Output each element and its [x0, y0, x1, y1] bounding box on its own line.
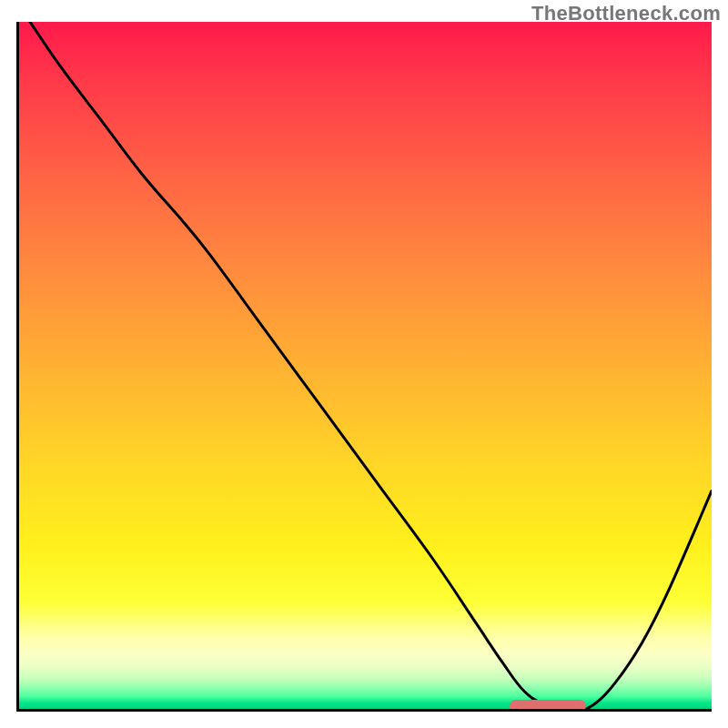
chart-stage: TheBottleneck.com — [0, 0, 728, 728]
bottleneck-curve-layer — [16, 22, 712, 712]
watermark-text: TheBottleneck.com — [531, 2, 721, 25]
bottleneck-curve — [16, 22, 712, 712]
plot-area — [16, 22, 712, 712]
optimal-range-marker — [510, 700, 586, 712]
